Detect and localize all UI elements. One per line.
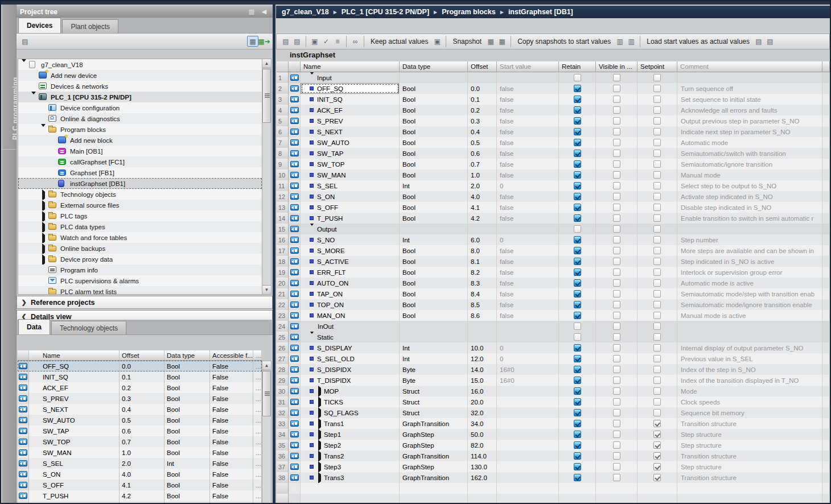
details-toggle-icon[interactable]: ▦ [247, 36, 258, 47]
db-cell-comment[interactable]: Internal display of output parameter S_N… [677, 342, 822, 353]
db-cell-name[interactable]: Step2 [301, 440, 400, 451]
db-cell-datatype[interactable]: Bool [400, 310, 468, 321]
visible-checkbox[interactable] [613, 312, 620, 319]
db-cell-startvalue[interactable]: false [497, 288, 559, 299]
db-row[interactable]: 13S_OFFBool4.1falseDisable step indicate… [277, 202, 830, 213]
db-cell-startvalue[interactable] [497, 418, 559, 429]
expander-right-icon[interactable] [41, 257, 46, 262]
visible-checkbox[interactable] [613, 441, 620, 449]
load-all-start-values-icon[interactable]: ▤ [764, 36, 776, 47]
retain-checkbox[interactable] [574, 139, 581, 146]
db-cell-comment[interactable]: Set sequence to initial state [677, 94, 822, 105]
db-cell-name[interactable]: T_DISPIDX [301, 375, 400, 386]
add-new-icon[interactable]: ▤ [19, 36, 31, 47]
retain-checkbox[interactable] [574, 333, 581, 341]
retain-checkbox[interactable] [574, 301, 581, 308]
details-row[interactable]: S_SEL2.0IntFalse... [18, 458, 262, 469]
db-cell-startvalue[interactable]: false [497, 191, 559, 202]
db-cell-startvalue[interactable]: 0 [497, 342, 559, 353]
section-expander-icon[interactable] [310, 75, 314, 81]
visible-checkbox[interactable] [613, 160, 620, 168]
db-cell-comment[interactable]: Automatic mode [677, 137, 822, 148]
tree-item[interactable]: Add new block [18, 135, 262, 146]
struct-expander-icon[interactable] [317, 388, 321, 395]
db-cell-name[interactable]: Output [301, 224, 400, 234]
columns-icon[interactable]: ▥ [246, 7, 257, 16]
retain-checkbox[interactable] [574, 247, 581, 254]
setpoint-checkbox[interactable] [653, 225, 661, 233]
add-row-icon[interactable]: ▤ [291, 36, 303, 47]
expander-right-icon[interactable] [41, 235, 46, 240]
details-column-header[interactable]: Offset [120, 350, 164, 360]
db-cell-startvalue[interactable] [497, 321, 559, 332]
setpoint-checkbox[interactable] [653, 398, 661, 406]
visible-checkbox[interactable] [613, 85, 620, 92]
db-row[interactable]: 35Step2GraphStep82.0Step structure [277, 440, 830, 451]
setpoint-checkbox[interactable] [653, 74, 661, 81]
tree-item[interactable]: Program info [18, 265, 262, 275]
tree-item[interactable]: Program blocks [18, 124, 262, 135]
retain-checkbox[interactable] [574, 128, 581, 135]
db-cell-name[interactable]: AUTO_ON [301, 278, 400, 288]
expander-right-icon[interactable] [41, 213, 46, 218]
retain-checkbox[interactable] [574, 225, 581, 233]
scroll-up-button[interactable]: ▲ [262, 59, 271, 68]
open-editor-icon[interactable]: ▦➔ [258, 36, 270, 47]
db-cell-name[interactable]: TICKS [301, 396, 400, 407]
db-cell-startvalue[interactable]: false [497, 310, 559, 321]
db-cell-comment[interactable]: Transition structure [677, 418, 822, 429]
setpoint-checkbox[interactable] [653, 193, 661, 200]
db-cell-comment[interactable]: Semiautomatic mode/ignore transition ena… [677, 299, 822, 310]
visible-checkbox[interactable] [613, 452, 620, 460]
retain-checkbox[interactable] [574, 74, 581, 81]
db-row[interactable]: 11S_SELInt2.00Select step to be output t… [277, 180, 830, 191]
details-row[interactable]: SW_AUTO0.5BoolFalse... [18, 415, 262, 425]
retain-checkbox[interactable] [574, 236, 581, 243]
expander-right-icon[interactable] [41, 192, 46, 197]
setpoint-checkbox[interactable] [653, 204, 661, 211]
db-cell-datatype[interactable]: Bool [400, 115, 468, 126]
setpoint-checkbox[interactable] [653, 441, 661, 449]
tree-item[interactable]: Device configuration [18, 102, 262, 113]
db-column-header[interactable]: Setpoint [637, 61, 677, 72]
tree-item[interactable]: Devices & networks [18, 81, 262, 92]
db-cell-startvalue[interactable]: false [497, 94, 559, 105]
db-cell-startvalue[interactable]: false [497, 105, 559, 115]
reference-projects-bar[interactable]: ❯ Reference projects [17, 296, 273, 309]
db-cell-comment[interactable]: Step structure [677, 440, 822, 451]
db-cell-name[interactable]: Trans1 [301, 418, 400, 429]
db-cell-comment[interactable]: Manual mode is active [677, 310, 822, 321]
db-cell-name[interactable]: Input [301, 72, 400, 83]
visible-checkbox[interactable] [613, 268, 620, 276]
db-cell-name[interactable]: S_DISPIDX [301, 364, 400, 375]
db-cell-comment[interactable] [677, 72, 822, 83]
db-cell-datatype[interactable]: Int [400, 342, 468, 353]
db-cell-startvalue[interactable]: false [497, 159, 559, 170]
db-row[interactable]: 22TOP_ONBool8.5falseSemiautomatic mode/i… [277, 299, 830, 310]
db-cell-datatype[interactable]: Bool [400, 148, 468, 159]
db-cell-name[interactable]: S_OFF [301, 202, 400, 213]
scroll-down-button[interactable]: ▼ [262, 285, 271, 294]
db-cell-datatype[interactable]: Bool [400, 191, 468, 202]
db-cell-comment[interactable]: Transition structure [677, 451, 822, 461]
db-row[interactable]: 19ERR_FLTBool8.2falseInterlock or superv… [277, 267, 830, 278]
db-cell-name[interactable]: ACK_EF [301, 105, 400, 115]
db-row[interactable]: 36Trans2GraphTransition114.0Transition s… [277, 451, 830, 461]
db-cell-datatype[interactable]: Bool [400, 170, 468, 180]
db-cell-datatype[interactable] [400, 332, 468, 342]
struct-expander-icon[interactable] [317, 420, 321, 427]
db-cell-comment[interactable]: Turn sequence off [677, 83, 822, 94]
expander-right-icon[interactable] [41, 203, 46, 208]
retain-checkbox[interactable] [574, 452, 581, 460]
visible-checkbox[interactable] [613, 323, 620, 330]
db-cell-datatype[interactable]: Int [400, 353, 468, 364]
db-cell-name[interactable]: S_MORE [301, 245, 400, 256]
copy-snapshot-icon[interactable]: ▥ [614, 36, 626, 47]
db-row[interactable]: 8SW_TAPBool0.6falseSemiautomatic/switch … [277, 148, 830, 159]
db-cell-comment[interactable]: Semiautomatic/ignore transition [677, 159, 822, 170]
db-cell-name[interactable]: SW_AUTO [301, 137, 400, 148]
visible-checkbox[interactable] [613, 258, 620, 265]
db-cell-startvalue[interactable]: false [497, 126, 559, 137]
db-cell-name[interactable]: S_SEL [301, 180, 400, 191]
details-scrollbar[interactable]: ▲ [262, 361, 271, 504]
